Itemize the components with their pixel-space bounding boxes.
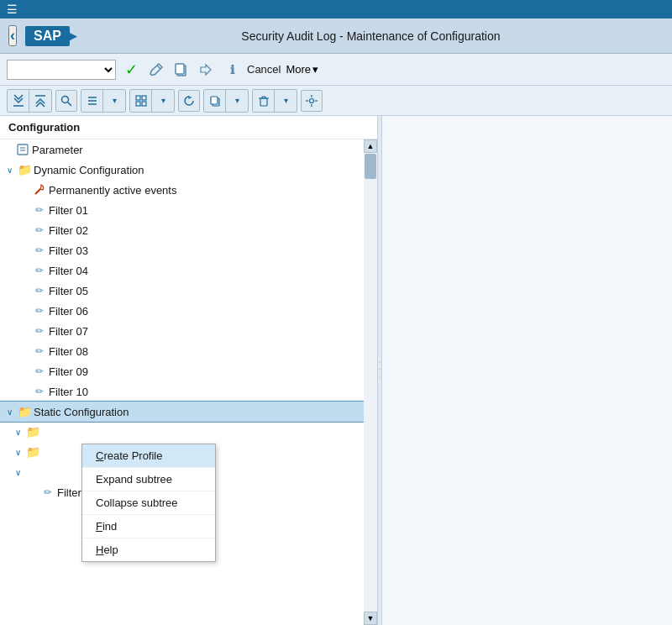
- refresh-button[interactable]: [178, 90, 200, 112]
- tree-item-filter01[interactable]: ✏ Filter 01: [0, 200, 377, 220]
- more-label: More: [286, 63, 311, 76]
- hamburger-icon[interactable]: ☰: [7, 3, 18, 16]
- vsplit-handle[interactable]: · · ·: [377, 116, 382, 625]
- filter03-label: Filter 03: [49, 244, 88, 257]
- delete-arrow[interactable]: ▾: [275, 90, 297, 112]
- right-panel: [378, 116, 672, 625]
- pencil-icon-08: ✏: [32, 344, 47, 359]
- more-button[interactable]: More ▾: [286, 63, 318, 76]
- info-button[interactable]: ℹ: [222, 60, 242, 80]
- param-icon: [15, 142, 30, 157]
- vsplit-dots: · · ·: [376, 361, 384, 379]
- tree-item-filter02[interactable]: ✏ Filter 02: [0, 220, 377, 240]
- filter01-label: Filter 01: [49, 204, 88, 217]
- scroll-thumb[interactable]: [365, 154, 376, 179]
- scroll-track: [364, 153, 377, 612]
- search-button[interactable]: [55, 90, 77, 112]
- svg-rect-11: [142, 96, 146, 100]
- tree-item-filter03[interactable]: ✏ Filter 03: [0, 240, 377, 260]
- tree-item-filter10[interactable]: ✏ Filter 10: [0, 381, 377, 402]
- sub3-toggle[interactable]: ∨: [15, 468, 24, 477]
- tree-item-perm[interactable]: Permanently active events: [0, 180, 377, 200]
- svg-point-5: [62, 96, 69, 102]
- list-view-arrow[interactable]: ▾: [103, 90, 125, 112]
- filter05-label: Filter 05: [49, 285, 88, 297]
- svg-rect-2: [176, 64, 184, 74]
- grid-view-button[interactable]: [130, 90, 152, 112]
- context-menu-expand[interactable]: Expand subtree: [82, 468, 215, 491]
- list-view-button[interactable]: [81, 90, 103, 112]
- pencil-icon-04: ✏: [32, 263, 47, 278]
- context-menu-collapse[interactable]: Collapse subtree: [82, 491, 215, 515]
- sub1-toggle[interactable]: ∨: [15, 428, 24, 437]
- scrollbar[interactable]: ▲ ▼: [364, 139, 377, 625]
- context-menu-help[interactable]: Help: [82, 538, 215, 561]
- tree-item-filter08[interactable]: ✏ Filter 08: [0, 341, 377, 361]
- page-title: Security Audit Log - Maintenance of Conf…: [78, 29, 664, 43]
- sub3-icon: [25, 465, 40, 480]
- svg-rect-15: [211, 97, 218, 104]
- svg-rect-10: [136, 96, 140, 100]
- svg-line-0: [157, 66, 160, 69]
- toolbar-select[interactable]: [7, 60, 116, 80]
- filter08-label: Filter 08: [49, 345, 88, 358]
- static-label: Static Configuration: [34, 406, 129, 418]
- tree-item-static-sub1[interactable]: ∨ 📁: [0, 422, 377, 442]
- static-toggle[interactable]: ∨: [7, 407, 15, 417]
- svg-rect-26: [18, 144, 28, 155]
- tree-item-static[interactable]: ∨ 📁 Static Configuration: [0, 402, 377, 422]
- sub1-folder-icon: 📁: [25, 424, 40, 439]
- more-arrow-icon: ▾: [312, 63, 318, 76]
- back-button[interactable]: ‹: [8, 25, 17, 46]
- tree-header: Configuration: [0, 116, 377, 139]
- tree-item-filter05[interactable]: ✏ Filter 05: [0, 281, 377, 301]
- scroll-up-btn[interactable]: ▲: [364, 139, 377, 153]
- svg-line-6: [68, 102, 72, 106]
- pencil-icon-06: ✏: [32, 303, 47, 318]
- pencil-icon-01: ✏: [32, 202, 47, 218]
- delete-btn[interactable]: [253, 90, 275, 112]
- pencil-icon-02: ✏: [32, 223, 47, 238]
- copy-group: ▾: [203, 89, 249, 113]
- tree-item-filter09[interactable]: ✏ Filter 09: [0, 361, 377, 381]
- collapse-all-button[interactable]: [8, 90, 29, 112]
- pencil-icon-10: ✏: [32, 384, 47, 399]
- pencil-icon-s1: ✏: [40, 485, 55, 500]
- collapse-label: Collapse subtree: [96, 496, 178, 509]
- tree-item-filter06[interactable]: ✏ Filter 06: [0, 301, 377, 321]
- static-folder-icon: 📁: [17, 404, 32, 419]
- toolbar-2: ▾ ▾ ▾: [0, 86, 672, 116]
- context-menu: Create Profile Expand subtree Collapse s…: [81, 444, 216, 562]
- copy-arrow[interactable]: ▾: [226, 90, 248, 112]
- header-bar: ‹ SAP Security Audit Log - Maintenance o…: [0, 18, 672, 54]
- list-view-group: ▾: [81, 89, 126, 113]
- svg-rect-16: [260, 98, 267, 106]
- pencil-icon-03: ✏: [32, 243, 47, 258]
- cancel-button[interactable]: Cancel: [247, 63, 281, 76]
- copy-button[interactable]: [171, 60, 192, 80]
- flow-button[interactable]: [197, 60, 217, 80]
- tree-item-filter04[interactable]: ✏ Filter 04: [0, 260, 377, 281]
- tree-item-parameter[interactable]: Parameter: [0, 139, 377, 160]
- expand-all-button[interactable]: [29, 90, 51, 112]
- scroll-down-btn[interactable]: ▼: [364, 612, 377, 625]
- check-button[interactable]: ✓: [121, 60, 141, 80]
- grid-view-arrow[interactable]: ▾: [152, 90, 174, 112]
- pencil-icon-09: ✏: [32, 364, 47, 379]
- settings-button[interactable]: [301, 90, 323, 112]
- context-menu-create-profile[interactable]: Create Profile: [82, 444, 215, 468]
- edit-button[interactable]: [146, 60, 166, 80]
- svg-rect-12: [136, 102, 140, 106]
- find-underline: F: [96, 520, 102, 533]
- help-label: Help: [96, 544, 118, 556]
- copy-btn[interactable]: [204, 90, 226, 112]
- tree-item-filter07[interactable]: ✏ Filter 07: [0, 321, 377, 341]
- filter02-label: Filter 02: [49, 224, 88, 237]
- context-menu-find[interactable]: Find: [82, 515, 215, 538]
- sub2-toggle[interactable]: ∨: [15, 448, 24, 457]
- expand-label: Expand subtree: [96, 473, 172, 486]
- find-label: Find: [96, 520, 117, 533]
- create-profile-underline: C: [96, 449, 103, 462]
- tree-item-dynamic[interactable]: ∨ 📁 Dynamic Configuration: [0, 160, 377, 180]
- dynamic-toggle[interactable]: ∨: [7, 165, 15, 175]
